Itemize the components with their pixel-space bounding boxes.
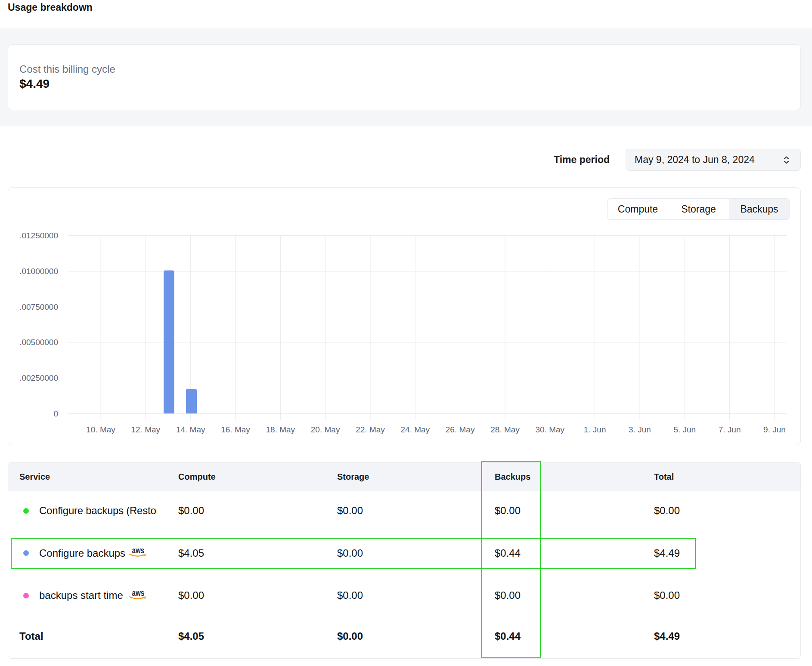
svg-text:.00250000: .00250000 <box>19 373 58 382</box>
svg-text:24. May: 24. May <box>401 425 430 434</box>
svg-text:3. Jun: 3. Jun <box>629 425 651 434</box>
svg-text:.00500000: .00500000 <box>19 338 58 347</box>
svg-text:7. Jun: 7. Jun <box>719 425 741 434</box>
svg-text:.01000000: .01000000 <box>19 267 58 276</box>
svg-text:14. May: 14. May <box>176 425 205 434</box>
svg-text:20. May: 20. May <box>311 425 340 434</box>
svg-text:1. Jun: 1. Jun <box>584 425 606 434</box>
svg-text:26. May: 26. May <box>446 425 475 434</box>
svg-text:9. Jun: 9. Jun <box>763 425 786 434</box>
svg-text:18. May: 18. May <box>266 425 295 434</box>
svg-text:aws: aws <box>132 589 145 598</box>
svg-text:.00750000: .00750000 <box>19 302 58 311</box>
svg-text:28. May: 28. May <box>490 425 520 434</box>
svg-text:22. May: 22. May <box>356 425 385 434</box>
svg-text:5. Jun: 5. Jun <box>673 425 696 434</box>
svg-text:0: 0 <box>53 409 58 418</box>
svg-text:.01250000: .01250000 <box>19 231 58 240</box>
svg-text:30. May: 30. May <box>536 425 565 434</box>
svg-text:16. May: 16. May <box>221 425 250 434</box>
svg-text:10. May: 10. May <box>86 425 115 434</box>
svg-text:12. May: 12. May <box>131 425 161 434</box>
